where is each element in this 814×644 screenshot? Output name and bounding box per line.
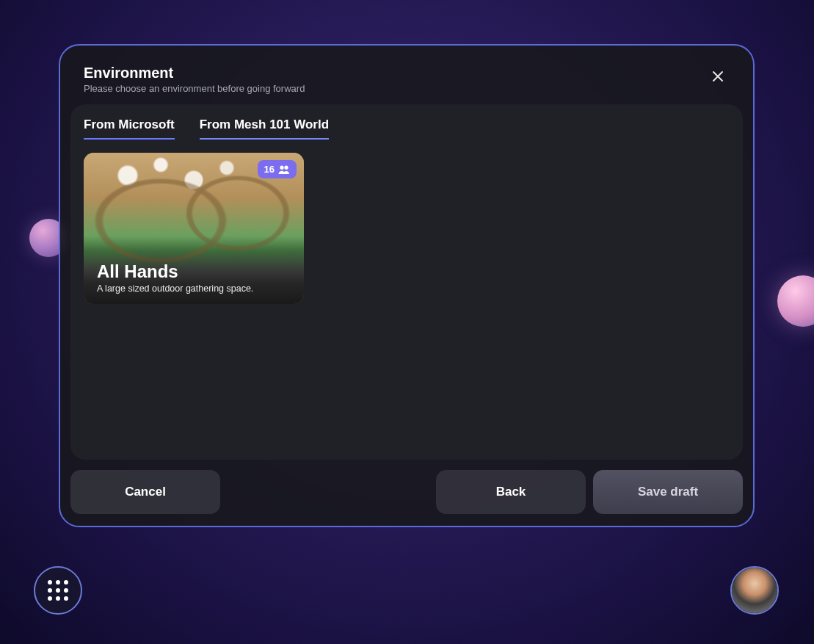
card-title: All Hands bbox=[97, 261, 291, 282]
svg-point-0 bbox=[280, 165, 283, 169]
close-icon bbox=[712, 70, 724, 82]
close-button[interactable] bbox=[706, 65, 730, 88]
tabs: From Microsoft From Mesh 101 World bbox=[84, 117, 730, 140]
dialog-footer: Cancel Back Save draft bbox=[60, 460, 753, 526]
capacity-badge: 16 bbox=[258, 160, 297, 178]
svg-point-1 bbox=[284, 165, 288, 169]
app-menu-button[interactable] bbox=[34, 566, 82, 615]
avatar-image bbox=[732, 568, 777, 613]
environment-dialog: Environment Please choose an environment… bbox=[59, 44, 755, 527]
environment-cards: 16 All Hands A large sized outdoor gathe… bbox=[84, 153, 730, 304]
tab-from-mesh-101-world[interactable]: From Mesh 101 World bbox=[200, 117, 329, 140]
dialog-header: Environment Please choose an environment… bbox=[60, 46, 753, 104]
grid-icon bbox=[48, 580, 68, 601]
dialog-subtitle: Please choose an environment before goin… bbox=[84, 83, 305, 94]
tab-from-microsoft[interactable]: From Microsoft bbox=[84, 117, 175, 140]
avatar-button[interactable] bbox=[730, 566, 779, 615]
dialog-title: Environment bbox=[84, 65, 305, 82]
footer-right-group: Back Save draft bbox=[436, 470, 743, 514]
capacity-count: 16 bbox=[264, 164, 275, 175]
content-panel: From Microsoft From Mesh 101 World 16 Al… bbox=[70, 104, 743, 460]
environment-card-all-hands[interactable]: 16 All Hands A large sized outdoor gathe… bbox=[84, 153, 304, 304]
people-icon bbox=[278, 165, 290, 174]
back-button[interactable]: Back bbox=[436, 470, 586, 514]
dialog-heading-group: Environment Please choose an environment… bbox=[84, 65, 305, 94]
save-draft-button[interactable]: Save draft bbox=[593, 470, 743, 514]
decorative-orb-right bbox=[777, 275, 814, 327]
cancel-button[interactable]: Cancel bbox=[70, 470, 220, 514]
card-description: A large sized outdoor gathering space. bbox=[97, 283, 291, 294]
card-overlay: All Hands A large sized outdoor gatherin… bbox=[84, 251, 304, 304]
